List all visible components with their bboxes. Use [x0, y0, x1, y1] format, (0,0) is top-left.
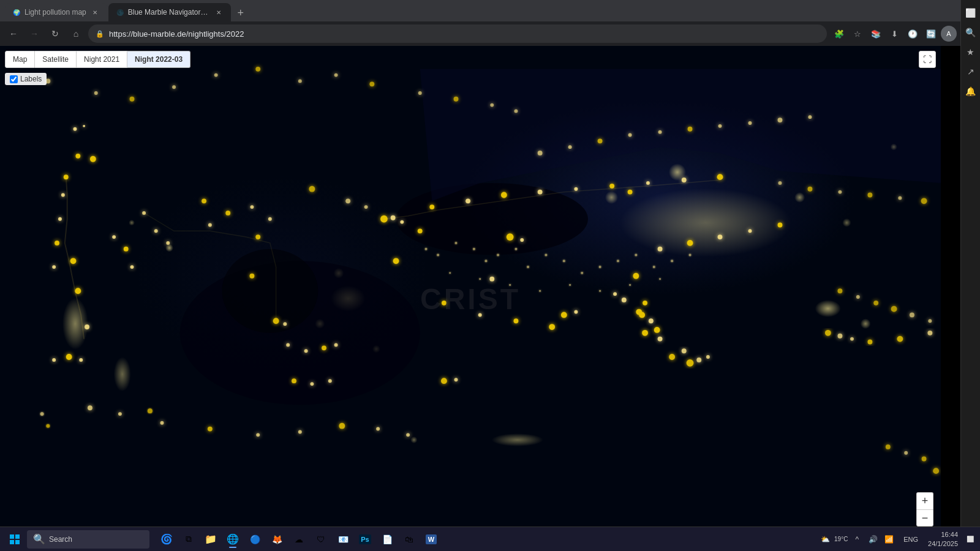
taskbar-chevron-icon[interactable]: ^: [850, 532, 864, 547]
svg-point-65: [393, 258, 399, 264]
map-container[interactable]: CRIST Map Satellite Night 2021 Night 202…: [0, 46, 941, 527]
home-button[interactable]: ⌂: [67, 25, 85, 42]
svg-point-168: [40, 412, 44, 416]
taskbar-app-security[interactable]: 🛡: [311, 530, 331, 549]
svg-point-135: [545, 254, 547, 257]
svg-point-40: [292, 378, 296, 383]
svg-point-112: [345, 198, 350, 203]
svg-point-157: [921, 198, 927, 204]
start-button[interactable]: [5, 530, 24, 549]
svg-point-71: [549, 324, 555, 330]
taskbar-app-photoshop[interactable]: Ps: [355, 530, 375, 549]
taskbar-app-chrome[interactable]: 🔵: [245, 530, 265, 549]
svg-point-109: [778, 118, 783, 122]
new-tab-button[interactable]: +: [232, 4, 249, 21]
svg-point-150: [629, 284, 631, 286]
taskbar-app-outlook[interactable]: 📧: [333, 530, 353, 549]
svg-point-34: [283, 322, 287, 326]
taskbar-app-edge[interactable]: 🌐: [223, 530, 243, 549]
tab-close-1[interactable]: ✕: [90, 7, 100, 17]
night-2022-button[interactable]: Night 2022-03: [127, 51, 190, 68]
browser-nav-icons: 🧩 ☆ 📚 ⬇ 🕐 🔄 A ⋯: [831, 25, 975, 42]
zoom-out-button[interactable]: −: [916, 509, 933, 527]
svg-point-163: [928, 319, 932, 323]
svg-point-147: [539, 290, 541, 292]
back-button[interactable]: ←: [5, 25, 22, 42]
svg-point-132: [497, 254, 499, 257]
taskbar-clock[interactable]: 16:44 24/1/2025: [925, 530, 960, 548]
svg-point-101: [538, 151, 543, 156]
taskbar-notifications-button[interactable]: ⬜: [965, 536, 975, 542]
profile-button[interactable]: A: [941, 26, 957, 42]
expand-map-button[interactable]: ⛶: [919, 51, 936, 68]
svg-point-63: [507, 233, 514, 241]
svg-point-108: [748, 121, 752, 125]
sidebar-share-icon[interactable]: ↗: [963, 64, 979, 80]
address-bar[interactable]: 🔒 https://blue-marble.de/nightlights/202…: [88, 24, 827, 43]
svg-point-136: [563, 260, 565, 262]
svg-point-99: [897, 336, 903, 342]
taskbar-system-tray: ⛅ 19°C ^ 🔊 📶 ENG 16:44 24/1/2025 ⬜: [818, 530, 975, 548]
svg-point-26: [298, 430, 302, 434]
svg-point-4: [83, 125, 85, 127]
extensions-icon[interactable]: 🧩: [831, 25, 848, 42]
favorites-icon[interactable]: ☆: [849, 25, 866, 42]
svg-point-154: [838, 190, 842, 194]
taskbar-app-taskview[interactable]: ⧉: [179, 530, 198, 549]
satellite-view-button[interactable]: Satellite: [35, 51, 77, 68]
update-icon[interactable]: 🔄: [922, 25, 940, 42]
forward-button[interactable]: →: [26, 25, 43, 42]
labels-checkbox-input[interactable]: [10, 75, 18, 83]
night-2021-button[interactable]: Night 2021: [77, 51, 127, 68]
taskbar-weather-icon[interactable]: ⛅: [818, 532, 832, 547]
taskbar-network-icon[interactable]: 📶: [881, 532, 896, 547]
svg-point-153: [808, 187, 813, 192]
taskbar-app-store[interactable]: 🛍: [399, 530, 419, 549]
labels-checkbox-container[interactable]: Labels: [5, 73, 47, 85]
svg-point-146: [509, 284, 511, 286]
svg-point-145: [479, 278, 481, 280]
taskbar-date: 24/1/2025: [928, 539, 958, 548]
collections-icon[interactable]: 📚: [867, 25, 884, 42]
taskbar-app-word[interactable]: W: [421, 530, 441, 549]
map-view-button[interactable]: Map: [5, 51, 35, 68]
taskbar-search-bar[interactable]: 🔍 Search: [27, 530, 149, 549]
svg-point-84: [622, 298, 627, 302]
svg-point-138: [599, 266, 601, 268]
svg-point-24: [208, 427, 213, 432]
svg-point-6: [61, 193, 65, 197]
sidebar-favorites-icon[interactable]: ★: [963, 44, 979, 60]
taskbar-language[interactable]: ENG: [901, 536, 921, 543]
sidebar-search-icon[interactable]: 🔍: [963, 24, 979, 40]
taskbar-app-explorer[interactable]: 📁: [201, 530, 221, 549]
svg-point-128: [437, 254, 439, 257]
svg-point-64: [520, 238, 524, 242]
svg-point-91: [682, 348, 687, 353]
svg-point-13: [79, 358, 83, 362]
svg-point-140: [635, 254, 637, 257]
history-icon[interactable]: 🕐: [904, 25, 921, 42]
taskbar-app-firefox[interactable]: 🦊: [267, 530, 287, 549]
reload-button[interactable]: ↻: [47, 25, 64, 42]
svg-point-45: [208, 223, 212, 227]
taskbar-app-cortana[interactable]: 🌀: [157, 530, 176, 549]
svg-point-113: [364, 205, 368, 209]
taskbar-search-icon: 🔍: [33, 533, 45, 545]
tab-close-2[interactable]: ✕: [214, 7, 224, 17]
svg-point-31: [154, 229, 158, 233]
taskbar-app-onedrive[interactable]: ☁: [289, 530, 309, 549]
tab-blue-marble[interactable]: 🌑 Blue Marble Navigator - Night L... ✕: [108, 3, 231, 21]
labels-checkbox-label: Labels: [20, 75, 42, 83]
taskbar-app-acrobat[interactable]: 📄: [377, 530, 397, 549]
sidebar-notifications-icon[interactable]: 🔔: [963, 83, 979, 99]
svg-point-14: [52, 358, 56, 362]
downloads-icon[interactable]: ⬇: [886, 25, 903, 42]
taskbar-volume-icon[interactable]: 🔊: [865, 532, 880, 547]
svg-point-60: [646, 181, 650, 185]
sidebar-read-icon[interactable]: ⬜: [963, 5, 979, 21]
browser-sidebar: ⬜ 🔍 ★ ↗ 🔔 ⚙: [960, 0, 980, 551]
zoom-in-button[interactable]: +: [916, 492, 933, 509]
svg-point-75: [687, 240, 693, 246]
tab-light-pollution[interactable]: 🌍 Light pollution map ✕: [5, 3, 107, 21]
tab-favicon-1: 🌍: [12, 8, 21, 17]
